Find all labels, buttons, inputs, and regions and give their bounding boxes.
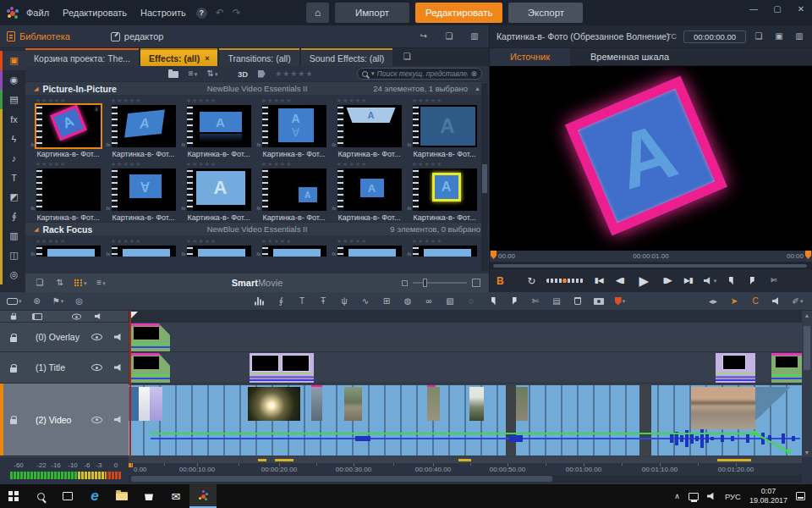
hidden-icons-chevron[interactable]: ∧ <box>674 492 680 500</box>
sidebar-transitions-icon[interactable]: ◩ <box>0 187 25 207</box>
record-target-icon[interactable]: ◎ <box>74 295 85 307</box>
preview-scrollbar[interactable] <box>490 262 812 269</box>
thumb-rating-stars[interactable]: ★★★★★ <box>261 97 293 105</box>
language-indicator[interactable]: РУС <box>725 492 741 501</box>
effect-thumbnail[interactable]: Afx <box>187 105 251 147</box>
tag-icon[interactable] <box>258 70 266 78</box>
mark-out-flag-icon[interactable] <box>805 251 811 259</box>
effect-thumbnail[interactable]: Afx <box>187 168 251 211</box>
lock-icon[interactable] <box>10 419 17 424</box>
sidebar-photos-icon[interactable]: ▤ <box>0 90 25 109</box>
effect-thumbnail[interactable]: Afx <box>337 246 402 257</box>
effect-thumbnail[interactable]: Afx <box>337 105 402 147</box>
clear-search-icon[interactable]: ⊗ <box>470 69 477 78</box>
thumb-rating-stars[interactable]: ★★★★★ <box>111 237 142 246</box>
audio-monitor-icon[interactable] <box>771 295 782 307</box>
shuffle-icon[interactable]: ⇅ <box>54 277 66 289</box>
volume-icon[interactable]: ▾ <box>704 275 716 287</box>
zoom-in-icon[interactable] <box>472 279 480 287</box>
edit-mode-button[interactable]: Редактировать <box>415 3 502 23</box>
sidebar-project-bin-icon[interactable]: ▣ <box>0 51 25 70</box>
effect-thumbnail-cell[interactable]: ★★★★★AAfxКартинка-в- Фот... <box>256 97 332 158</box>
title-clip[interactable] <box>716 353 755 383</box>
play-icon[interactable]: ▶ <box>635 275 652 287</box>
snapshot-camera-icon[interactable] <box>593 295 605 307</box>
title-safe-icon[interactable]: ▤ <box>551 295 562 307</box>
import-button[interactable]: Импорт <box>335 3 409 23</box>
fullscreen-icon[interactable]: ▥ <box>793 30 805 42</box>
sidebar-disc-menu-icon[interactable]: ◎ <box>0 265 25 284</box>
pinnacle-studio-icon[interactable] <box>189 484 217 508</box>
menu-item[interactable]: Редактировать <box>63 8 127 18</box>
markers-icon[interactable]: ⚑▾ <box>52 295 64 307</box>
split-trim-icon[interactable]: ✄ <box>767 275 779 287</box>
sort-icon[interactable]: ⇅▾ <box>206 68 218 80</box>
thumb-rating-stars[interactable]: ★★★★★ <box>111 160 142 168</box>
eye-icon[interactable] <box>91 364 102 371</box>
title-clip[interactable] <box>771 353 802 383</box>
tab-close-icon[interactable]: × <box>205 54 209 63</box>
scroll-up-icon[interactable]: ▲ <box>802 312 812 318</box>
preview-canvas[interactable]: A <box>490 66 812 251</box>
home-button[interactable]: ⌂ <box>306 3 329 23</box>
effect-thumbnail-cell[interactable]: ★★★★★AfxКартинка-в- Фот... <box>106 160 181 222</box>
undo-icon[interactable]: ↶ <box>216 7 224 19</box>
thumb-rating-stars[interactable]: ★★★★★ <box>412 160 443 168</box>
marker-lane[interactable] <box>129 311 802 323</box>
timeline-ruler[interactable]: 0.0000:00:10.0000:00:20.0000:00:30.0000:… <box>129 463 802 474</box>
effect-thumbnail[interactable]: Afx <box>337 168 402 211</box>
speaker-icon[interactable] <box>95 313 102 320</box>
effect-thumbnail-cell[interactable]: ★★★★★AfxКартинка-в- Фот... <box>106 97 181 158</box>
timeline-vscrollbar[interactable]: ▲ ▼ <box>802 311 812 457</box>
collection-tab[interactable]: Sound Effects: (all) <box>301 48 393 66</box>
thumb-rating-stars[interactable]: ★★★★★ <box>186 237 217 246</box>
effect-thumbnail-cell[interactable]: ★★★★★AfxКартинка-в- Фот... <box>181 160 256 222</box>
effect-thumbnail[interactable]: Afx <box>262 168 326 211</box>
effect-thumbnail-cell[interactable]: ★★★★★AfxКартинка-в- Фот... <box>332 97 407 158</box>
minimize-button[interactable]: — <box>748 3 760 15</box>
effect-thumbnail-cell[interactable]: ★★★★★AfxКартинка-в- Фот... <box>30 160 106 222</box>
collection-tab[interactable]: Transitions: (all) <box>219 48 299 66</box>
step-back-icon[interactable]: ◀▮ <box>614 275 626 287</box>
effect-thumbnail[interactable]: Afx <box>413 246 477 257</box>
thumb-rating-stars[interactable]: ★★★★★ <box>412 97 443 105</box>
pan-tool-icon[interactable]: ◌ <box>465 295 477 307</box>
mark-in-icon[interactable] <box>725 275 737 287</box>
link-clips-icon[interactable]: ∞ <box>423 295 435 307</box>
preview-tab[interactable]: Временная шкала <box>570 48 689 66</box>
snapshot-image-icon[interactable]: ▧ <box>444 295 456 307</box>
thumbnail-view-icon[interactable]: ▾ <box>74 277 87 289</box>
library-tab[interactable]: Библиотека <box>7 31 70 41</box>
taskbar-search-icon[interactable] <box>27 484 54 508</box>
audio-scrub-icon[interactable]: ◂▸ <box>707 295 719 307</box>
start-button[interactable] <box>0 484 27 508</box>
lock-icon[interactable] <box>10 367 17 373</box>
sidebar-montage-icon[interactable]: ϟ <box>0 129 25 148</box>
effect-thumbnail[interactable]: Afx <box>112 246 176 257</box>
sidebar-sound-effects-icon[interactable]: ◫ <box>0 246 25 265</box>
menu-item[interactable]: Настроить <box>140 8 186 18</box>
mark-out-icon[interactable] <box>746 275 758 287</box>
eye-icon[interactable] <box>91 417 102 423</box>
zoom-slider-handle[interactable] <box>423 279 427 287</box>
skip-end-icon[interactable]: ▶▮ <box>683 275 694 287</box>
track-header-overlay[interactable]: (0) Overlay <box>0 323 129 352</box>
sidebar-music-icon[interactable]: ♪ <box>0 148 25 168</box>
sidebar-scorefitter-icon[interactable]: ∮ <box>0 207 25 226</box>
overlay-clip[interactable] <box>129 323 170 351</box>
effect-thumbnail-cell[interactable]: ★★★★★Afx <box>256 237 332 257</box>
edge-icon[interactable]: e <box>81 484 108 508</box>
effect-thumbnail-cell[interactable]: ★★★★★AfxiКартинка-в- Фот... <box>30 97 106 158</box>
title-editor-icon[interactable]: T <box>296 295 308 307</box>
track-header-title[interactable]: (1) Title <box>0 352 129 384</box>
subtitle-icon[interactable]: Ŧ <box>317 295 329 307</box>
razor-split-icon[interactable]: ✄ <box>529 295 541 307</box>
thumb-rating-stars[interactable]: ★★★★★ <box>111 97 142 105</box>
collection-tab[interactable]: Корзина проекта: The... <box>25 48 139 66</box>
zoom-slider[interactable] <box>413 282 467 284</box>
step-forward-icon[interactable]: ▮▶ <box>661 275 673 287</box>
thumb-rating-stars[interactable]: ★★★★★ <box>186 160 217 168</box>
dual-view-icon[interactable]: ▥ <box>469 30 480 42</box>
thumb-rating-stars[interactable]: ★★★★★ <box>36 97 67 105</box>
clipboard-icon[interactable]: ❏ <box>34 277 46 289</box>
